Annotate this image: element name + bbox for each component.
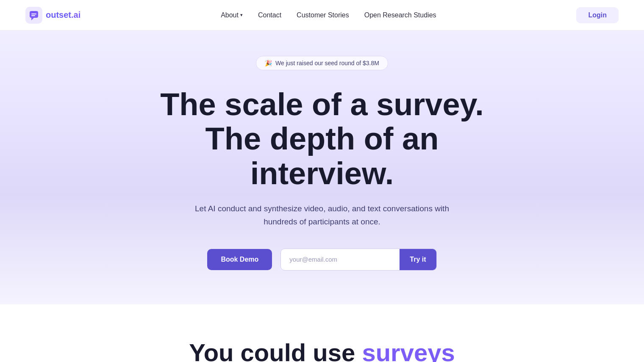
chevron-down-icon: ▾	[240, 12, 243, 18]
email-form: Try it	[280, 249, 436, 271]
hero-subheadline: Let AI conduct and synthesize video, aud…	[186, 202, 458, 228]
hero-section: 🎉 We just raised our seed round of $3.8M…	[0, 30, 644, 304]
hero-headline: The scale of a survey. The depth of an i…	[140, 87, 504, 191]
logo[interactable]: outset.ai	[25, 7, 80, 24]
nav-item-contact[interactable]: Contact	[258, 11, 281, 19]
hero-actions: Book Demo Try it	[207, 249, 436, 271]
announcement-badge: 🎉 We just raised our seed round of $3.8M	[256, 56, 388, 70]
bottom-section: You could use surveys	[0, 304, 644, 362]
logo-icon	[25, 7, 42, 24]
badge-text: We just raised our seed round of $3.8M	[275, 60, 379, 66]
email-input[interactable]	[281, 249, 400, 270]
badge-emoji: 🎉	[265, 60, 272, 66]
try-it-button[interactable]: Try it	[400, 249, 436, 270]
logo-text: outset.ai	[46, 10, 80, 20]
nav-links: About ▾ Contact Customer Stories Open Re…	[221, 11, 436, 19]
nav-item-open-research[interactable]: Open Research Studies	[364, 11, 436, 19]
login-button[interactable]: Login	[576, 7, 619, 23]
navbar: outset.ai About ▾ Contact Customer Stori…	[0, 0, 644, 30]
bottom-headline: You could use surveys	[189, 338, 455, 362]
book-demo-button[interactable]: Book Demo	[207, 249, 272, 270]
nav-item-customer-stories[interactable]: Customer Stories	[297, 11, 349, 19]
nav-item-about[interactable]: About ▾	[221, 11, 243, 19]
